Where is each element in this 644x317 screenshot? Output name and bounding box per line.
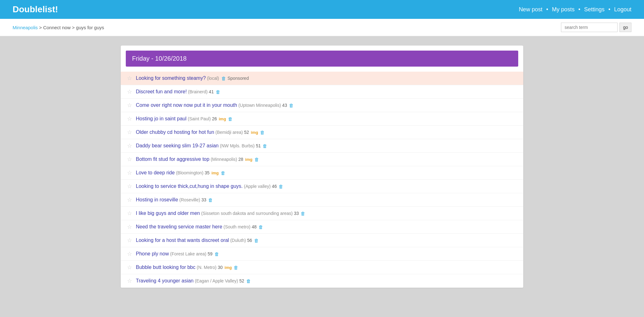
listing-meta: Bottom fit stud for aggressive top (Minn… (136, 156, 259, 162)
hosting-jo-in-saint-paul-delete-icon[interactable]: 🗑 (228, 116, 233, 122)
looking-for-something-steamy-title[interactable]: Looking for something steamy? (136, 75, 206, 81)
discreet-fun-and-more-age: 41 (209, 89, 214, 94)
breadcrumb-bar: Minneapolis > Connect now > guys for guy… (0, 19, 644, 36)
phone-ply-now-title[interactable]: Phone ply now (136, 251, 169, 257)
logout-link[interactable]: Logout (614, 6, 631, 13)
listing-meta: I like big guys and older men (Sisseton … (136, 210, 305, 216)
listing-meta: Looking for a host that wants discreet o… (136, 238, 259, 243)
older-chubby-cd-hosting-img-badge: img (251, 130, 258, 135)
listing-meta: Older chubby cd hosting for hot fun (Bem… (136, 129, 265, 135)
listing-row: ☆Love to deep ride (Bloomington) 35 img … (121, 166, 523, 180)
looking-to-service-thick-title[interactable]: Looking to service thick,cut,hung in sha… (136, 183, 243, 189)
discreet-fun-and-more-location: (Brainerd) (188, 89, 208, 94)
hosting-jo-in-saint-paul-age: 26 (212, 116, 217, 121)
phone-ply-now-location: (Forest Lake area) (170, 251, 206, 256)
header-nav: New post • My posts • Settings • Logout (519, 6, 631, 13)
listing-row: ☆I like big guys and older men (Sisseton… (121, 207, 523, 220)
star-icon[interactable]: ☆ (127, 156, 132, 163)
star-icon[interactable]: ☆ (127, 102, 132, 109)
star-icon[interactable]: ☆ (127, 129, 132, 136)
my-posts-link[interactable]: My posts (552, 6, 575, 13)
come-over-right-now-age: 43 (282, 103, 287, 108)
hosting-in-roseville-title[interactable]: Hosting in roseville (136, 197, 178, 203)
nav-dot-1: • (546, 6, 548, 13)
listing-meta: Need the traveling service master here (… (136, 224, 263, 230)
listing-row: ☆Traveling 4 younger asian (Eagan / Appl… (121, 274, 523, 288)
come-over-right-now-title[interactable]: Come over right now now put it in your m… (136, 102, 237, 108)
listing-row: ☆Looking to service thick,cut,hung in sh… (121, 180, 523, 193)
listing-row: ☆Daddy bear seeking slim 19-27 asian (NW… (121, 139, 523, 153)
need-traveling-service-master-delete-icon[interactable]: 🗑 (258, 224, 263, 230)
star-icon[interactable]: ☆ (127, 183, 132, 190)
listing-row: ☆Discreet fun and more! (Brainerd) 41 🗑 (121, 85, 523, 99)
star-icon[interactable]: ☆ (127, 142, 132, 149)
need-traveling-service-master-age: 48 (252, 224, 257, 229)
daddy-bear-seeking-slim-age: 51 (256, 143, 261, 148)
daddy-bear-seeking-slim-title[interactable]: Daddy bear seeking slim 19-27 asian (136, 143, 219, 149)
love-to-deep-ride-delete-icon[interactable]: 🗑 (221, 170, 225, 176)
star-icon[interactable]: ☆ (127, 169, 132, 176)
older-chubby-cd-hosting-age: 52 (244, 130, 249, 135)
star-icon[interactable]: ☆ (127, 264, 132, 271)
listing-meta: Come over right now now put it in your m… (136, 102, 294, 108)
star-icon[interactable]: ☆ (127, 237, 132, 244)
listing-row: ☆Need the traveling service master here … (121, 220, 523, 234)
hosting-jo-in-saint-paul-title[interactable]: Hosting jo in saint paul (136, 116, 186, 122)
hosting-in-roseville-location: (Roseville) (179, 197, 200, 202)
star-icon[interactable]: ☆ (127, 196, 132, 203)
older-chubby-cd-hosting-delete-icon[interactable]: 🗑 (260, 130, 265, 135)
star-icon[interactable]: ☆ (127, 88, 132, 95)
bubble-butt-looking-for-bbc-location: (N. Metro) (197, 265, 216, 270)
search-input[interactable] (561, 23, 618, 32)
listing-meta: Phone ply now (Forest Lake area) 59 🗑 (136, 251, 219, 257)
i-like-big-guys-title[interactable]: I like big guys and older men (136, 210, 200, 216)
new-post-link[interactable]: New post (519, 6, 542, 13)
discreet-fun-and-more-title[interactable]: Discreet fun and more! (136, 89, 187, 95)
listing-meta: Traveling 4 younger asian (Eagan / Apple… (136, 278, 251, 284)
come-over-right-now-delete-icon[interactable]: 🗑 (289, 103, 294, 108)
star-icon[interactable]: ☆ (127, 210, 132, 217)
star-icon[interactable]: ☆ (127, 277, 132, 284)
star-icon[interactable]: ☆ (127, 250, 132, 257)
traveling-4-younger-asian-title[interactable]: Traveling 4 younger asian (136, 278, 194, 284)
hosting-jo-in-saint-paul-location: (Saint Paul) (188, 116, 211, 121)
phone-ply-now-delete-icon[interactable]: 🗑 (214, 251, 219, 257)
traveling-4-younger-asian-age: 52 (239, 278, 244, 283)
search-button[interactable]: go (619, 23, 631, 32)
star-icon[interactable]: ☆ (127, 223, 132, 230)
looking-for-host-discreet-oral-delete-icon[interactable]: 🗑 (254, 238, 259, 243)
nav-dot-3: • (608, 6, 610, 13)
bubble-butt-looking-for-bbc-img-badge: img (225, 265, 232, 270)
listing-row: ☆Bottom fit stud for aggressive top (Min… (121, 153, 523, 166)
bubble-butt-looking-for-bbc-title[interactable]: Bubble butt looking for bbc (136, 265, 195, 270)
bubble-butt-looking-for-bbc-delete-icon[interactable]: 🗑 (234, 265, 238, 270)
breadcrumb: Minneapolis > Connect now > guys for guy… (13, 25, 104, 30)
traveling-4-younger-asian-location: (Eagan / Apple Valley) (195, 278, 238, 283)
looking-to-service-thick-delete-icon[interactable]: 🗑 (279, 184, 283, 189)
settings-link[interactable]: Settings (584, 6, 605, 13)
hosting-in-roseville-age: 33 (201, 197, 206, 202)
breadcrumb-city[interactable]: Minneapolis (13, 25, 38, 30)
star-icon[interactable]: ☆ (127, 115, 132, 122)
i-like-big-guys-location: (Sisseton south dakota and surrounding a… (201, 211, 293, 216)
listing-meta: Love to deep ride (Bloomington) 35 img 🗑 (136, 170, 225, 176)
listing-meta: Looking for something steamy? (local)🗑 S… (136, 75, 249, 81)
header: Doublelist! New post • My posts • Settin… (0, 0, 644, 19)
love-to-deep-ride-title[interactable]: Love to deep ride (136, 170, 175, 176)
looking-for-host-discreet-oral-title[interactable]: Looking for a host that wants discreet o… (136, 238, 229, 243)
daddy-bear-seeking-slim-delete-icon[interactable]: 🗑 (263, 143, 267, 149)
older-chubby-cd-hosting-title[interactable]: Older chubby cd hosting for hot fun (136, 129, 214, 135)
i-like-big-guys-delete-icon[interactable]: 🗑 (301, 211, 305, 216)
need-traveling-service-master-title[interactable]: Need the traveling service master here (136, 224, 222, 230)
looking-to-service-thick-age: 46 (272, 184, 277, 189)
bottom-fit-stud-title[interactable]: Bottom fit stud for aggressive top (136, 156, 209, 162)
bottom-fit-stud-img-badge: img (245, 157, 253, 162)
bottom-fit-stud-age: 28 (238, 157, 243, 162)
discreet-fun-and-more-delete-icon[interactable]: 🗑 (216, 89, 220, 95)
bottom-fit-stud-delete-icon[interactable]: 🗑 (254, 157, 259, 162)
star-icon[interactable]: ☆ (127, 75, 132, 82)
traveling-4-younger-asian-delete-icon[interactable]: 🗑 (246, 278, 251, 284)
search-area: go (561, 23, 631, 32)
date-header: Friday - 10/26/2018 (126, 51, 518, 67)
hosting-in-roseville-delete-icon[interactable]: 🗑 (208, 197, 213, 203)
